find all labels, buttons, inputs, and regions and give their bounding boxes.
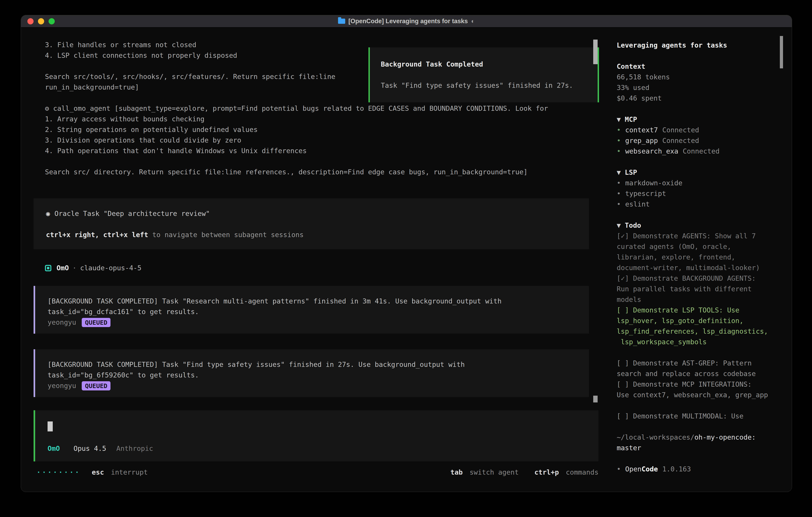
app-window: [OpenCode] Leveraging agents for tasks ◐…	[21, 15, 792, 492]
agent-omo-icon	[45, 265, 51, 271]
transcript-line: 2. String operations on potentially unde…	[45, 124, 609, 135]
window-content: 3. File handles or streams not closed 4.…	[21, 28, 792, 492]
todo-section-header[interactable]: ▼Todo	[617, 220, 792, 231]
todo-item-done: [✓] Demonstrate AGENTS: Show all 7 curat…	[617, 231, 792, 273]
lsp-item: •typescript	[617, 188, 792, 199]
context-spent: $0.46 spent	[617, 93, 792, 104]
status-right: tab switch agent ctrl+p commands	[451, 467, 599, 478]
app-version-footer: •OpenCode1.0.163	[617, 464, 792, 474]
todo-item-done: [✓] Demonstrate BACKGROUND AGENTS: Run p…	[617, 273, 792, 305]
context-heading: Context	[617, 61, 792, 72]
bullet-icon: •	[617, 126, 620, 134]
main-scrollbar-thumb-lower[interactable]	[593, 396, 598, 403]
bullet-icon: •	[617, 179, 620, 187]
agent-name: OmO	[57, 263, 69, 273]
toast-body: Task "Find type safety issues" finished …	[381, 80, 598, 91]
oracle-icon: ◉	[46, 210, 50, 218]
agent-model: claude-opus-4-5	[80, 263, 142, 273]
oracle-task-card[interactable]: ◉Oracle Task "Deep architecture review" …	[34, 198, 589, 249]
queued-badge: QUEUED	[82, 318, 111, 327]
session-timer-icon: ◐	[471, 18, 475, 25]
transcript-line-tool-call: ⚙ call_omo_agent [subagent_type=explore,…	[45, 103, 609, 114]
input-meta: OmO Opus 4.5 Anthropic	[48, 443, 153, 454]
oracle-hint-text: to navigate between subagent sessions	[148, 231, 304, 239]
background-task-toast: Background Task Completed Task "Find typ…	[369, 47, 599, 102]
chevron-down-icon: ▼	[617, 168, 620, 176]
bullet-icon: •	[617, 200, 620, 208]
zoom-button[interactable]	[49, 18, 55, 24]
brand-name: Open	[625, 465, 642, 473]
titlebar[interactable]: [OpenCode] Leveraging agents for tasks ◐	[21, 15, 792, 28]
input-provider-label: Anthropic	[116, 444, 153, 453]
workspace-branch: master	[617, 443, 792, 453]
message-author: yeongyu	[48, 380, 76, 391]
agent-header: OmO · claude-opus-4-5	[45, 263, 609, 273]
todo-item-pending: [ ] Demonstrate AST-GREP: Pattern search…	[617, 358, 792, 379]
mcp-item: •context7Connected	[617, 125, 792, 135]
window-title-text: [OpenCode] Leveraging agents for tasks	[348, 18, 468, 25]
transcript-line: 4. Path operations that don't handle Win…	[45, 145, 609, 156]
context-used: 33% used	[617, 82, 792, 93]
status-left: ········ esc interrupt	[36, 467, 148, 478]
background-task-message: [BACKGROUND TASK COMPLETED] Task "Resear…	[34, 286, 589, 334]
ctrlp-key-label: commands	[566, 468, 599, 476]
esc-key-hint: esc	[92, 468, 104, 476]
bullet-icon: •	[617, 137, 620, 144]
window-title: [OpenCode] Leveraging agents for tasks ◐	[338, 18, 475, 25]
conversation-pane: 3. File handles or streams not closed 4.…	[21, 28, 609, 492]
lsp-item: •eslint	[617, 199, 792, 210]
brand-name-bold: Code	[642, 465, 658, 473]
toast-title: Background Task Completed	[381, 59, 598, 70]
prompt-input[interactable]: OmO Opus 4.5 Anthropic	[34, 410, 599, 461]
sidebar: Leveraging agents for tasks Context 66,5…	[609, 28, 792, 492]
ctrlp-key-hint: ctrl+p	[534, 468, 559, 476]
minimize-button[interactable]	[38, 18, 44, 24]
app-version: 1.0.163	[662, 465, 691, 473]
main-scrollbar-thumb[interactable]	[593, 39, 598, 64]
context-tokens: 66,518 tokens	[617, 72, 792, 82]
input-model-label: Opus 4.5	[74, 444, 106, 453]
bullet-icon: •	[617, 147, 620, 155]
folder-icon	[338, 19, 345, 24]
traffic-lights	[27, 18, 55, 24]
transcript-line: 3. Division operations that could divide…	[45, 135, 609, 145]
oracle-task-title: Oracle Task "Deep architecture review"	[54, 210, 210, 218]
lsp-item: •markdown-oxide	[617, 178, 792, 188]
esc-key-label: interrupt	[111, 468, 148, 476]
background-task-message: [BACKGROUND TASK COMPLETED] Task "Find t…	[34, 349, 589, 397]
sidebar-scrollbar-thumb[interactable]	[780, 36, 783, 69]
bullet-icon: •	[617, 190, 620, 197]
mcp-item: •grep_appConnected	[617, 135, 792, 146]
spinner-dots-icon: ········	[36, 468, 81, 476]
bullet-icon: •	[617, 465, 620, 473]
transcript-line	[45, 156, 609, 167]
queued-badge: QUEUED	[82, 381, 111, 390]
lsp-section-header[interactable]: ▼LSP	[617, 167, 792, 178]
message-text-line: [BACKGROUND TASK COMPLETED] Task "Find t…	[48, 359, 589, 370]
message-text-line: task_id="bg_6f59260c" to get results.	[48, 370, 589, 380]
sidebar-session-title: Leveraging agents for tasks	[617, 40, 792, 51]
chevron-down-icon: ▼	[617, 115, 620, 124]
transcript-line: 1. Array access without bounds checking	[45, 114, 609, 124]
chevron-down-icon: ▼	[617, 221, 620, 229]
text-cursor	[48, 421, 53, 431]
transcript-line: Search src/ directory. Return specific f…	[45, 167, 609, 177]
status-bar: ········ esc interrupt tab switch agent …	[21, 467, 609, 478]
tab-key-hint: tab	[451, 468, 463, 476]
dot-separator-icon: ·	[72, 263, 76, 273]
message-author: yeongyu	[48, 317, 76, 328]
tab-key-label: switch agent	[469, 468, 519, 476]
mcp-item: •websearch_exaConnected	[617, 146, 792, 157]
todo-item-pending: [ ] Demonstrate MULTIMODAL: Use	[617, 411, 792, 421]
todo-item-pending: [ ] Demonstrate MCP INTEGRATIONS: Use co…	[617, 379, 792, 400]
todo-item-active: [ ] Demonstrate LSP TOOLS: Use lsp_hover…	[617, 305, 792, 347]
message-text-line: task_id="bg_dcfac161" to get results.	[48, 306, 589, 317]
input-agent-label: OmO	[48, 444, 60, 453]
oracle-hint-keys: ctrl+x right, ctrl+x left	[46, 231, 148, 239]
mcp-section-header[interactable]: ▼MCP	[617, 114, 792, 125]
message-text-line: [BACKGROUND TASK COMPLETED] Task "Resear…	[48, 296, 589, 306]
workspace-path: ~/local-workspaces/oh-my-opencode:	[617, 432, 792, 443]
close-button[interactable]	[27, 18, 34, 24]
